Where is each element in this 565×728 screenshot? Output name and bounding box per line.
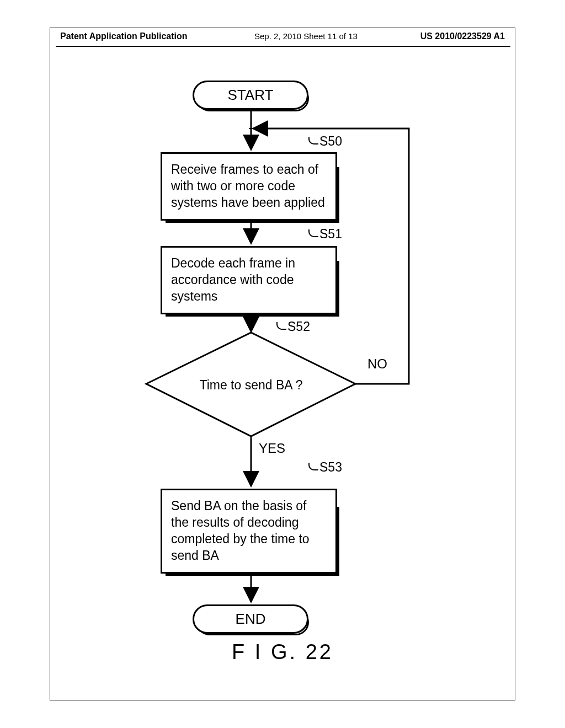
step-tag-s52: S52: [276, 319, 310, 334]
step-tag-s50-text: S50: [319, 134, 342, 148]
flowchart: START S50 Receive frames to each of with…: [50, 78, 516, 646]
terminal-start: START: [193, 81, 308, 110]
header-right: US 2010/0223529 A1: [420, 31, 505, 41]
process-s53: Send BA on the basis of the results of d…: [161, 489, 337, 574]
terminal-start-label: START: [228, 87, 274, 103]
step-tag-s51: S51: [308, 227, 342, 242]
process-s50: Receive frames to each of with two or mo…: [161, 152, 337, 221]
process-s51-text: Decode each frame in accordance with cod…: [171, 256, 295, 303]
terminal-end-label: END: [236, 611, 266, 627]
decision-s52: Time to send BA ?: [146, 333, 356, 437]
terminal-end: END: [193, 604, 308, 634]
header-left: Patent Application Publication: [60, 31, 188, 41]
branch-label-yes: YES: [259, 441, 285, 456]
process-s51: Decode each frame in accordance with cod…: [161, 246, 337, 314]
step-tag-s52-text: S52: [287, 319, 310, 334]
header-mid: Sep. 2, 2010 Sheet 11 of 13: [254, 31, 358, 41]
branch-label-no: NO: [367, 356, 387, 372]
page-frame: Patent Application Publication Sep. 2, 2…: [50, 28, 515, 700]
header-rule: [56, 46, 510, 47]
step-tag-s50: S50: [308, 134, 342, 149]
step-tag-s53: S53: [308, 460, 342, 475]
step-tag-s53-text: S53: [319, 460, 342, 474]
decision-s52-text: Time to send BA ?: [146, 378, 356, 393]
process-s50-text: Receive frames to each of with two or mo…: [171, 162, 325, 210]
figure-caption: F I G. 22: [50, 640, 515, 664]
process-s53-text: Send BA on the basis of the results of d…: [171, 499, 310, 563]
step-tag-s51-text: S51: [319, 227, 342, 241]
